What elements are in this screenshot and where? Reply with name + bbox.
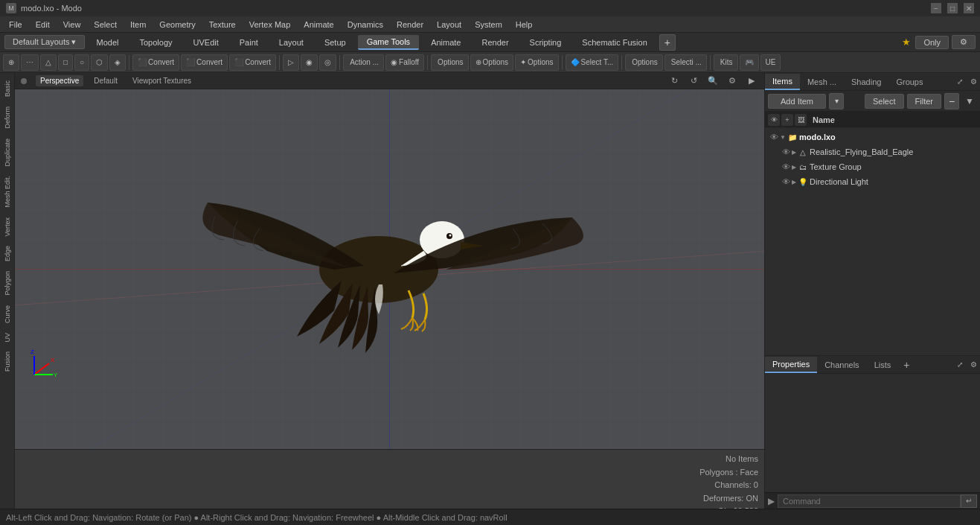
tab-lists[interactable]: Lists — [867, 357, 899, 372]
tab-groups[interactable]: Groups — [888, 74, 930, 89]
tool-button-5[interactable]: ⬡ — [91, 54, 108, 71]
only-button[interactable]: Only — [915, 36, 949, 49]
row-expand-icon[interactable]: ▶ — [792, 164, 796, 171]
tool-button-13[interactable]: ◉ — [301, 54, 318, 71]
favorites-star-icon[interactable]: ★ — [902, 36, 911, 48]
layout-tab-uvedit[interactable]: UVEdit — [185, 36, 228, 49]
tab-perspective[interactable]: Perspective — [36, 75, 83, 86]
row-expand-icon[interactable]: ▶ — [792, 179, 796, 185]
command-input[interactable] — [778, 494, 961, 508]
tool-button-9[interactable]: ⬛Convert — [181, 54, 228, 71]
layout-tab-schematic-fusion[interactable]: Schematic Fusion — [573, 36, 656, 49]
tool-button-30[interactable]: UE — [760, 54, 781, 71]
menu-item-texture[interactable]: Texture — [203, 19, 242, 31]
tab-items[interactable]: Items — [765, 74, 800, 90]
menu-item-layout[interactable]: Layout — [431, 19, 467, 31]
tab-mesh[interactable]: Mesh ... — [800, 74, 844, 89]
close-button[interactable]: ✕ — [964, 3, 974, 13]
menu-item-view[interactable]: View — [57, 19, 87, 31]
menu-item-dynamics[interactable]: Dynamics — [342, 19, 389, 31]
add-item-button[interactable]: Add Item — [768, 94, 826, 109]
layout-tab-scripting[interactable]: Scripting — [521, 36, 571, 49]
sidebar-tab-deform[interactable]: Deform — [1, 102, 13, 133]
add-item-dropdown[interactable]: ▾ — [829, 93, 844, 109]
viewport-zoom-icon[interactable]: 🔍 — [706, 74, 720, 88]
row-expand-icon[interactable]: ▼ — [780, 134, 786, 141]
sidebar-tab-vertex[interactable]: Vertex — [1, 213, 13, 241]
filter-button[interactable]: Filter — [907, 94, 941, 109]
viewport[interactable]: Perspective Default Viewport Textures ↻ … — [15, 73, 764, 509]
tool-button-23[interactable]: 🔷Select T... — [566, 54, 619, 71]
layout-settings-button[interactable]: ⚙ — [952, 35, 976, 49]
restore-button[interactable]: □ — [947, 3, 958, 13]
tool-button-3[interactable]: □ — [58, 54, 73, 71]
bottom-expand-icon[interactable]: ⤢ — [953, 358, 967, 372]
sidebar-tab-curve[interactable]: Curve — [1, 301, 13, 328]
sidebar-tab-duplicate[interactable]: Duplicate — [1, 134, 13, 171]
viewport-play-icon[interactable]: ▶ — [745, 74, 758, 88]
sidebar-tab-uv[interactable]: UV — [1, 328, 13, 347]
menu-item-item[interactable]: Item — [124, 19, 152, 31]
bottom-gear-icon[interactable]: ⚙ — [967, 358, 980, 372]
row-eye-icon[interactable]: 👁 — [780, 161, 792, 173]
tab-default[interactable]: Default — [89, 75, 122, 86]
sidebar-tab-polygon[interactable]: Polygon — [1, 267, 13, 300]
tool-button-0[interactable]: ⊕ — [3, 54, 19, 71]
row-eye-icon[interactable]: 👁 — [780, 146, 792, 158]
tool-button-28[interactable]: Kits — [714, 54, 738, 71]
menu-item-vertex map[interactable]: Vertex Map — [243, 19, 297, 31]
viewport-rotate-icon[interactable]: ↻ — [667, 74, 681, 88]
tool-button-19[interactable]: Options — [431, 54, 468, 71]
tab-shading[interactable]: Shading — [844, 74, 888, 89]
row-eye-icon[interactable]: 👁 — [768, 131, 780, 143]
menu-item-select[interactable]: Select — [88, 19, 123, 31]
tab-viewport-textures[interactable]: Viewport Textures — [128, 75, 196, 86]
default-layouts-button[interactable]: Default Layouts ▾ — [4, 35, 85, 49]
sidebar-tab-fusion[interactable]: Fusion — [1, 347, 13, 376]
items-list[interactable]: 👁 ▼ 📁 modo.lxo 👁 ▶ △ Realistic_Flying_Ba… — [765, 128, 980, 355]
tool-button-4[interactable]: ○ — [74, 54, 89, 71]
command-submit-button[interactable]: ↵ — [961, 494, 977, 508]
row-eye-icon[interactable]: 👁 — [780, 176, 792, 188]
panel-expand-icon[interactable]: ⤢ — [953, 75, 967, 89]
list-item[interactable]: 👁 ▶ △ Realistic_Flying_Bald_Eagle — [765, 144, 980, 159]
layout-tab-model[interactable]: Model — [88, 36, 128, 49]
layout-tab-layout[interactable]: Layout — [270, 36, 313, 49]
menu-item-file[interactable]: File — [3, 19, 28, 31]
panel-gear-icon[interactable]: ⚙ — [967, 75, 980, 89]
plus-tab-button[interactable]: + — [898, 357, 915, 373]
menu-item-animate[interactable]: Animate — [298, 19, 339, 31]
tool-button-8[interactable]: ⬛Convert — [132, 54, 179, 71]
tool-button-16[interactable]: Action ... — [343, 54, 384, 71]
tool-button-12[interactable]: ▷ — [283, 54, 299, 71]
tool-button-2[interactable]: △ — [40, 54, 57, 71]
select-button[interactable]: Select — [865, 94, 904, 109]
layout-tab-game-tools[interactable]: Game Tools — [358, 35, 420, 50]
viewport-settings-icon[interactable]: ⚙ — [726, 74, 739, 88]
menu-item-edit[interactable]: Edit — [30, 19, 56, 31]
tool-button-10[interactable]: ⬛Convert — [229, 54, 276, 71]
sidebar-tab-basic[interactable]: Basic — [1, 76, 13, 101]
window-controls[interactable]: − □ ✕ — [931, 3, 974, 13]
list-item[interactable]: 👁 ▶ 🗂 Texture Group — [765, 159, 980, 174]
add-layout-button[interactable]: + — [659, 34, 676, 51]
tool-button-25[interactable]: Options — [625, 54, 662, 71]
viewport-canvas[interactable]: X Y Z — [15, 89, 764, 449]
tool-button-20[interactable]: ⊕Options — [470, 54, 513, 71]
viewport-reset-icon[interactable]: ↺ — [687, 74, 700, 88]
tool-button-21[interactable]: ✦Options — [515, 54, 558, 71]
menu-item-help[interactable]: Help — [510, 19, 539, 31]
tab-properties[interactable]: Properties — [765, 357, 817, 373]
list-item[interactable]: 👁 ▼ 📁 modo.lxo — [765, 130, 980, 144]
layout-tab-paint[interactable]: Paint — [231, 36, 267, 49]
sidebar-tab-edge[interactable]: Edge — [1, 241, 13, 266]
layout-tab-topology[interactable]: Topology — [130, 36, 181, 49]
tab-channels[interactable]: Channels — [817, 357, 866, 372]
tool-button-29[interactable]: 🎮 — [740, 54, 759, 71]
menu-item-render[interactable]: Render — [391, 19, 429, 31]
layout-tab-animate[interactable]: Animate — [422, 36, 470, 49]
panel-funnel-icon[interactable]: ▼ — [962, 93, 977, 109]
sidebar-tab-mesh-edit-[interactable]: Mesh Edit. — [1, 171, 13, 212]
panel-minus-button[interactable]: − — [944, 93, 959, 109]
layout-tab-render[interactable]: Render — [473, 36, 517, 49]
